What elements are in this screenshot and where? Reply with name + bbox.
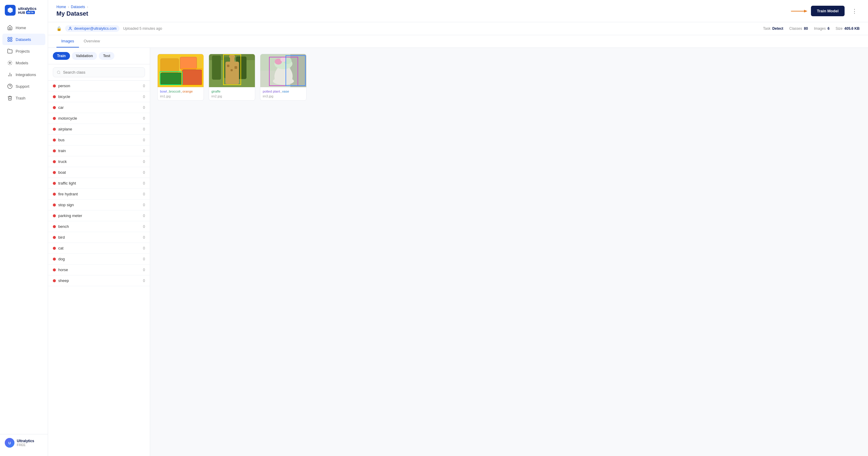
class-dot: [53, 279, 56, 282]
svg-point-12: [57, 71, 60, 74]
train-model-button[interactable]: Train Model: [811, 6, 844, 16]
breadcrumb-datasets[interactable]: Datasets: [71, 5, 85, 9]
class-count: 0: [143, 225, 145, 229]
sidebar-item-datasets[interactable]: Datasets: [2, 34, 45, 45]
sidebar-item-trash[interactable]: Trash: [2, 92, 45, 104]
image-info-2: giraffe im2.jpg: [209, 87, 255, 101]
image-card[interactable]: bowl, broccoli, orange im1.jpg: [157, 54, 204, 101]
class-item[interactable]: boat 0: [48, 167, 150, 178]
label-vase[interactable]: vase: [282, 90, 289, 93]
class-item[interactable]: sheep 0: [48, 275, 150, 286]
class-item[interactable]: person 0: [48, 81, 150, 91]
class-name: truck: [53, 159, 67, 164]
svg-text:U: U: [8, 441, 11, 445]
image-card[interactable]: potted plant, vase im3.jpg: [260, 54, 307, 101]
class-item[interactable]: traffic light 0: [48, 178, 150, 189]
class-item[interactable]: airplane 0: [48, 124, 150, 135]
arrow-indicator: [790, 7, 809, 15]
class-item[interactable]: truck 0: [48, 156, 150, 167]
svg-point-4: [9, 62, 11, 64]
label-potted-plant[interactable]: potted plant: [263, 90, 280, 93]
meta-right: Task Detect Classes 80 Images 6 Size 405…: [763, 26, 860, 31]
sidebar-item-models[interactable]: Models: [2, 57, 45, 68]
class-name: sheep: [53, 278, 69, 283]
class-count: 0: [143, 84, 145, 88]
class-item[interactable]: horse 0: [48, 264, 150, 275]
class-count: 0: [143, 160, 145, 164]
class-item[interactable]: fire hydrant 0: [48, 189, 150, 200]
image-info-3: potted plant, vase im3.jpg: [260, 87, 306, 101]
svg-rect-2: [8, 40, 9, 41]
sidebar-item-integrations[interactable]: Integrations: [2, 69, 45, 80]
sidebar-item-projects[interactable]: Projects: [2, 46, 45, 57]
class-count: 0: [143, 181, 145, 186]
svg-point-28: [229, 54, 235, 59]
sidebar: ultralytics HUB BETA Home: [0, 0, 48, 456]
class-count: 0: [143, 268, 145, 272]
class-item[interactable]: dog 0: [48, 254, 150, 264]
search-input-wrap: [53, 67, 145, 77]
class-count: 0: [143, 279, 145, 283]
class-count: 0: [143, 214, 145, 218]
more-options-button[interactable]: ⋮: [849, 7, 860, 16]
label-bowl[interactable]: bowl: [160, 90, 167, 93]
task-label: Task: [763, 26, 770, 31]
class-item[interactable]: bird 0: [48, 232, 150, 243]
tab-overview[interactable]: Overview: [79, 35, 105, 48]
class-item[interactable]: bench 0: [48, 221, 150, 232]
tab-images[interactable]: Images: [57, 35, 79, 48]
class-item[interactable]: car 0: [48, 102, 150, 113]
filter-tab-validation[interactable]: Validation: [72, 52, 97, 60]
models-icon: [7, 60, 12, 65]
svg-rect-23: [212, 56, 221, 80]
search-icon: [57, 70, 61, 75]
logo-text: ultralytics HUB BETA: [18, 6, 36, 15]
svg-rect-30: [230, 69, 233, 71]
class-dot: [53, 268, 56, 272]
image-thumb-3: [260, 54, 306, 87]
class-count: 0: [143, 257, 145, 261]
class-item[interactable]: bus 0: [48, 135, 150, 145]
class-name: motorcycle: [53, 116, 77, 120]
class-name: bird: [53, 235, 65, 239]
class-count: 0: [143, 192, 145, 196]
class-count: 0: [143, 106, 145, 110]
class-item[interactable]: parking meter 0: [48, 210, 150, 221]
user-info[interactable]: U Ultralytics FREE: [5, 438, 43, 448]
class-item[interactable]: stop sign 0: [48, 200, 150, 210]
breadcrumb-home[interactable]: Home: [57, 5, 66, 9]
page-title: My Dataset: [57, 10, 88, 17]
class-name: train: [53, 148, 66, 153]
class-dot: [53, 117, 56, 120]
filter-tab-train[interactable]: Train: [53, 52, 70, 60]
image-labels-1: bowl, broccoli, orange: [160, 90, 201, 93]
label-broccoli[interactable]: broccoli: [169, 90, 181, 93]
class-name: bench: [53, 224, 69, 229]
lock-icon: 🔒: [57, 26, 62, 31]
sidebar-item-support[interactable]: Support: [2, 81, 45, 92]
class-item[interactable]: train 0: [48, 145, 150, 156]
image-grid: bowl, broccoli, orange im1.jpg: [157, 54, 861, 101]
label-giraffe[interactable]: giraffe: [211, 90, 220, 93]
image-card[interactable]: giraffe im2.jpg: [209, 54, 255, 101]
label-orange[interactable]: orange: [183, 90, 193, 93]
meta-stat-task: Task Detect: [763, 26, 783, 31]
trash-icon: [7, 95, 12, 101]
sidebar-item-home[interactable]: Home: [2, 22, 45, 33]
meta-left: 🔒 developer@ultralytics.com Uploaded 5 m…: [57, 25, 162, 32]
meta-stat-size: Size 405.6 KB: [836, 26, 860, 31]
class-dot: [53, 182, 56, 185]
svg-rect-17: [182, 70, 202, 85]
classes-label: Classes: [789, 26, 802, 31]
svg-rect-1: [10, 37, 12, 39]
class-name: cat: [53, 246, 63, 250]
main-content: Home › Datasets › My Dataset Train Model: [48, 0, 868, 456]
class-count: 0: [143, 95, 145, 99]
class-item[interactable]: motorcycle 0: [48, 113, 150, 124]
search-input[interactable]: [63, 70, 141, 75]
class-item[interactable]: cat 0: [48, 243, 150, 254]
class-item[interactable]: bicycle 0: [48, 91, 150, 102]
filter-tab-test[interactable]: Test: [99, 52, 114, 60]
train-btn-container: Train Model: [790, 6, 844, 16]
images-label: Images: [814, 26, 826, 31]
